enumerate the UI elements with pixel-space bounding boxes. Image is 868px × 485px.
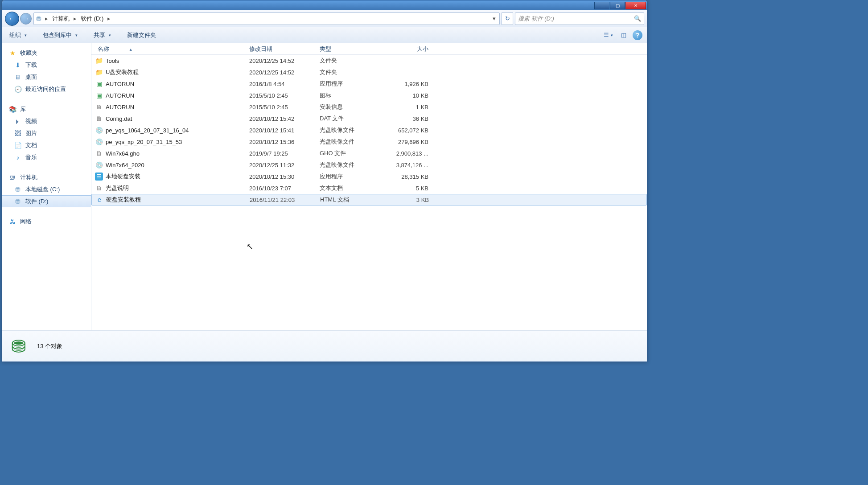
- sidebar-item-icon: 📄: [14, 141, 22, 149]
- sidebar-network-group: 🖧 网络: [2, 215, 91, 227]
- sort-asc-icon: ▲: [129, 47, 133, 52]
- sidebar-item[interactable]: ⛃软件 (D:): [2, 195, 91, 207]
- refresh-button[interactable]: ↻: [502, 12, 513, 25]
- column-date[interactable]: 修改日期: [249, 45, 320, 53]
- sidebar-item[interactable]: ⏵视频: [2, 115, 91, 127]
- column-type[interactable]: 类型: [320, 45, 390, 53]
- sidebar-item-label: 文档: [25, 141, 37, 149]
- sidebar-network-header[interactable]: 🖧 网络: [2, 215, 91, 227]
- file-row[interactable]: 🗎AUTORUN 2015/5/10 2:45 安装信息 1 KB: [91, 101, 647, 113]
- library-icon: 📚: [8, 105, 16, 113]
- new-folder-button[interactable]: 新建文件夹: [124, 29, 159, 41]
- sidebar-item[interactable]: 📄文档: [2, 139, 91, 151]
- sidebar-item-label: 下载: [25, 61, 37, 69]
- dropdown-arrow-icon[interactable]: ▾: [490, 15, 498, 22]
- crumb-computer[interactable]: 计算机: [50, 13, 71, 24]
- share-button[interactable]: 共享: [91, 29, 114, 41]
- file-date: 2019/9/7 19:25: [249, 150, 320, 157]
- preview-pane-icon: ◫: [621, 32, 626, 38]
- file-icon: 🗎: [95, 149, 103, 157]
- file-row[interactable]: 💿pe_yqs_1064_20_07_31_16_04 2020/10/12 1…: [91, 124, 647, 136]
- sidebar-libraries-group: 📚 库 ⏵视频🖼图片📄文档♪音乐: [2, 103, 91, 163]
- search-input[interactable]: 搜索 软件 (D:) 🔍: [515, 12, 644, 25]
- drive-icon: ⛃: [35, 15, 43, 23]
- sidebar-item[interactable]: ♪音乐: [2, 151, 91, 163]
- column-headers: 名称 ▲ 修改日期 类型 大小: [91, 43, 647, 55]
- titlebar: — ▢ ✕: [2, 0, 647, 10]
- file-name: pe_yqs_xp_20_07_31_15_53: [106, 139, 182, 145]
- file-row[interactable]: 🗎光盘说明 2016/10/23 7:07 文本文档 5 KB: [91, 182, 647, 194]
- maximize-button[interactable]: ▢: [610, 2, 625, 9]
- crumb-arrow-icon: ▸: [106, 15, 112, 22]
- file-type: 应用程序: [320, 173, 390, 181]
- file-row[interactable]: 📁Tools 2020/12/25 14:52 文件夹: [91, 55, 647, 66]
- file-row[interactable]: ▣AUTORUN 2015/5/10 2:45 图标 10 KB: [91, 90, 647, 101]
- sidebar-item[interactable]: ⬇下载: [2, 59, 91, 71]
- drive-large-icon: ⛃: [8, 335, 30, 358]
- forward-button[interactable]: →: [20, 13, 32, 25]
- file-icon: 💿: [95, 126, 103, 134]
- toolbar-right: ☰ ▾ ◫ ?: [602, 30, 642, 40]
- status-count: 13 个对象: [37, 342, 62, 350]
- organize-button[interactable]: 组织: [7, 29, 29, 41]
- file-size: 36 KB: [390, 115, 433, 122]
- sidebar-computer-label: 计算机: [20, 173, 37, 181]
- file-size: 28,315 KB: [390, 173, 433, 180]
- file-icon: 📁: [95, 68, 103, 76]
- sidebar-favorites-header[interactable]: ★ 收藏夹: [2, 47, 91, 59]
- file-type: DAT 文件: [320, 115, 390, 123]
- file-row[interactable]: 💿Win7x64_2020 2020/12/25 11:32 光盘映像文件 3,…: [91, 159, 647, 171]
- file-icon: 🗎: [95, 103, 103, 111]
- file-list-pane: 名称 ▲ 修改日期 类型 大小 📁Tools 2020/12/25 14:52 …: [91, 43, 647, 330]
- column-size[interactable]: 大小: [390, 45, 433, 53]
- sidebar-item-label: 音乐: [25, 153, 37, 161]
- status-bar: ⛃ 13 个对象: [2, 330, 647, 362]
- file-row[interactable]: ▣AUTORUN 2016/1/8 4:54 应用程序 1,926 KB: [91, 78, 647, 90]
- explorer-body: ★ 收藏夹 ⬇下载🖥桌面🕘最近访问的位置 📚 库 ⏵视频🖼图片📄文档♪音乐 🖳 …: [2, 43, 647, 330]
- file-name: 本地硬盘安装: [106, 173, 140, 181]
- file-name: U盘安装教程: [106, 68, 139, 76]
- sidebar-computer-header[interactable]: 🖳 计算机: [2, 171, 91, 183]
- navigation-bar: ← → ⛃ ▸ 计算机 ▸ 软件 (D:) ▸ ▾ ↻ 搜索 软件 (D:) 🔍: [2, 10, 647, 27]
- include-library-button[interactable]: 包含到库中: [40, 29, 80, 41]
- file-size: 279,696 KB: [390, 139, 433, 145]
- file-name: AUTORUN: [106, 81, 134, 87]
- back-button[interactable]: ←: [5, 12, 19, 26]
- file-row[interactable]: 📁U盘安装教程 2020/12/25 14:52 文件夹: [91, 66, 647, 78]
- chevron-down-icon: ▾: [611, 33, 613, 37]
- minimize-button[interactable]: —: [594, 2, 609, 9]
- sidebar-libraries-header[interactable]: 📚 库: [2, 103, 91, 115]
- file-type: 光盘映像文件: [320, 126, 390, 134]
- help-button[interactable]: ?: [633, 30, 642, 40]
- file-type: HTML 文档: [320, 196, 391, 204]
- file-row[interactable]: ☰本地硬盘安装 2020/10/12 15:30 应用程序 28,315 KB: [91, 171, 647, 182]
- sidebar: ★ 收藏夹 ⬇下载🖥桌面🕘最近访问的位置 📚 库 ⏵视频🖼图片📄文档♪音乐 🖳 …: [2, 43, 91, 330]
- file-row[interactable]: 💿pe_yqs_xp_20_07_31_15_53 2020/10/12 15:…: [91, 136, 647, 148]
- close-button[interactable]: ✕: [625, 2, 646, 9]
- file-row[interactable]: 🗎Config.dat 2020/10/12 15:42 DAT 文件 36 K…: [91, 113, 647, 124]
- breadcrumb[interactable]: ⛃ ▸ 计算机 ▸ 软件 (D:) ▸ ▾: [33, 12, 500, 25]
- column-name[interactable]: 名称 ▲: [95, 45, 249, 53]
- sidebar-favorites-label: 收藏夹: [20, 49, 37, 57]
- sidebar-item[interactable]: 🖼图片: [2, 127, 91, 139]
- file-type: 应用程序: [320, 80, 390, 88]
- view-mode-button[interactable]: ☰ ▾: [602, 31, 615, 39]
- file-date: 2016/10/23 7:07: [249, 185, 320, 192]
- file-row[interactable]: 🗎Win7x64.gho 2019/9/7 19:25 GHO 文件 2,900…: [91, 148, 647, 159]
- file-icon: 🗎: [95, 184, 103, 192]
- file-name: Tools: [106, 58, 119, 64]
- preview-pane-button[interactable]: ◫: [619, 31, 628, 39]
- nav-arrows: ← →: [5, 12, 32, 26]
- file-row[interactable]: e硬盘安装教程 2016/11/21 22:03 HTML 文档 3 KB: [91, 194, 647, 206]
- file-size: 10 KB: [390, 92, 433, 99]
- crumb-drive-d[interactable]: 软件 (D:): [79, 13, 105, 24]
- sidebar-item-label: 本地磁盘 (C:): [25, 185, 60, 193]
- explorer-window: — ▢ ✕ ← → ⛃ ▸ 计算机 ▸ 软件 (D:) ▸ ▾ ↻ 搜索 软件 …: [2, 0, 647, 362]
- sidebar-item[interactable]: ⛃本地磁盘 (C:): [2, 183, 91, 195]
- file-type: 文本文档: [320, 184, 390, 192]
- sidebar-item[interactable]: 🖥桌面: [2, 71, 91, 83]
- sidebar-item-icon: 🖥: [14, 73, 22, 81]
- column-name-label: 名称: [98, 45, 109, 52]
- file-icon: 🗎: [95, 115, 103, 123]
- sidebar-item[interactable]: 🕘最近访问的位置: [2, 83, 91, 95]
